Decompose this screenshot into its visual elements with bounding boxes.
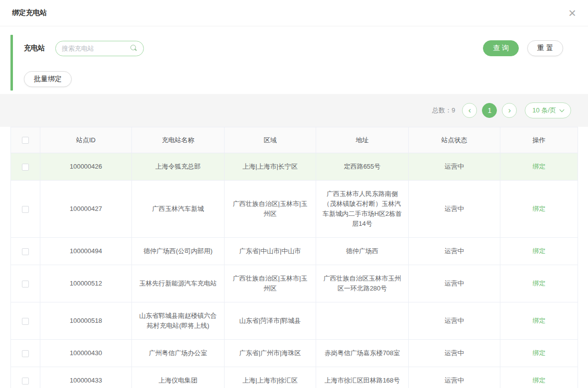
cell-action: 绑定 — [500, 238, 578, 265]
chevron-right-icon: › — [508, 106, 511, 114]
table-row: 100000494 德仲广场西(公司内部用) 广东省|中山市|中山市 德仲广场西… — [11, 238, 578, 265]
cell-status: 运营中 — [409, 340, 500, 367]
select-all-checkbox[interactable] — [22, 137, 29, 144]
header-region: 区域 — [225, 127, 316, 153]
row-checkbox[interactable] — [22, 248, 29, 255]
search-icon[interactable] — [130, 45, 137, 52]
bind-link[interactable]: 绑定 — [533, 280, 546, 287]
cell-status: 运营中 — [409, 265, 500, 302]
filter-row: 充电站 查 询 重 置 — [24, 40, 563, 56]
header-station-name: 充电站名称 — [132, 127, 225, 153]
page-number-button[interactable]: 1 — [482, 103, 497, 118]
total-count-label: 总数：9 — [432, 106, 455, 115]
table-row: 100000430 广州粤信广场办公室 广东省|广州市|海珠区 赤岗粤信广场嘉东… — [11, 340, 578, 367]
cell-status: 运营中 — [409, 181, 500, 238]
pagination-toolbar: 总数：9 ‹ 1 › 10 条/页 — [0, 94, 588, 127]
chevron-down-icon — [560, 107, 565, 112]
cell-address: 赤岗粤信广场嘉东楼708室 — [316, 340, 409, 367]
bind-link[interactable]: 绑定 — [533, 377, 546, 384]
cell-address: 定西路655号 — [316, 153, 409, 181]
cell-station-name: 广州粤信广场办公室 — [132, 340, 225, 367]
cell-status: 运营中 — [409, 153, 500, 181]
cell-station-name: 德仲广场西(公司内部用) — [132, 238, 225, 265]
row-checkbox-cell — [11, 367, 40, 388]
cell-action: 绑定 — [500, 265, 578, 302]
table-row: 100000426 上海令狐充总部 上海|上海市|长宁区 定西路655号 运营中… — [11, 153, 578, 181]
row-checkbox[interactable] — [22, 206, 29, 213]
row-checkbox[interactable] — [22, 164, 29, 171]
row-checkbox[interactable] — [22, 281, 29, 288]
table-header: 站点ID 充电站名称 区域 地址 站点状态 操作 — [11, 127, 578, 153]
cell-status: 运营中 — [409, 238, 500, 265]
cell-station-name: 上海令狐充总部 — [132, 153, 225, 181]
header-site-id: 站点ID — [40, 127, 132, 153]
cell-region: 广东省|广州市|海珠区 — [225, 340, 316, 367]
header-address: 地址 — [316, 127, 409, 153]
filter-row2: 批量绑定 — [24, 71, 563, 87]
cell-action: 绑定 — [500, 153, 578, 181]
cell-region: 广东省|中山市|中山市 — [225, 238, 316, 265]
chevron-left-icon: ‹ — [469, 106, 471, 114]
row-checkbox[interactable] — [22, 318, 29, 325]
cell-region: 上海|上海市|徐汇区 — [225, 367, 316, 388]
select-all-cell — [11, 127, 40, 153]
table-row: 100000518 山东省郓城县南赵楼镇六合苑村充电站(即将上线) 山东省|菏泽… — [11, 302, 578, 340]
accent-bar — [10, 35, 13, 91]
cell-site-id: 100000426 — [40, 153, 132, 181]
close-icon[interactable]: × — [569, 6, 576, 19]
cell-site-id: 100000427 — [40, 181, 132, 238]
cell-site-id: 100000430 — [40, 340, 132, 367]
filter-actions: 查 询 重 置 — [483, 40, 563, 56]
cell-status: 运营中 — [409, 302, 500, 340]
row-checkbox[interactable] — [22, 350, 29, 357]
table-row: 100000427 广西玉林汽车新城 广西壮族自治区|玉林市|玉州区 广西玉林市… — [11, 181, 578, 238]
cell-address: 广西壮族自治区玉林市玉州区一环北路280号 — [316, 265, 409, 302]
query-button[interactable]: 查 询 — [483, 40, 519, 56]
cell-station-name: 上海仪电集团 — [132, 367, 225, 388]
page-size-label: 10 条/页 — [532, 106, 556, 115]
cell-region: 广西壮族自治区|玉林市|玉州区 — [225, 265, 316, 302]
cell-action: 绑定 — [500, 367, 578, 388]
cell-region: 上海|上海市|长宁区 — [225, 153, 316, 181]
bind-link[interactable]: 绑定 — [533, 317, 546, 324]
cell-station-name: 玉林先行新能源汽车充电站 — [132, 265, 225, 302]
modal-header: 绑定充电站 × — [0, 0, 588, 26]
table-row: 100000512 玉林先行新能源汽车充电站 广西壮族自治区|玉林市|玉州区 广… — [11, 265, 578, 302]
cell-site-id: 100000512 — [40, 265, 132, 302]
cell-site-id: 100000433 — [40, 367, 132, 388]
station-filter-label: 充电站 — [24, 44, 45, 53]
cell-region: 山东省|菏泽市|郓城县 — [225, 302, 316, 340]
cell-address: 德仲广场西 — [316, 238, 409, 265]
cell-address — [316, 302, 409, 340]
row-checkbox-cell — [11, 238, 40, 265]
row-checkbox-cell — [11, 181, 40, 238]
filter-section: 充电站 查 询 重 置 批量绑定 — [0, 26, 588, 94]
next-page-button[interactable]: › — [502, 103, 517, 118]
cell-address: 广西玉林市人民东路南侧（茂林镇陂石村断）玉林汽车新城内二手市场H区2栋首层14号 — [316, 181, 409, 238]
bind-link[interactable]: 绑定 — [533, 247, 546, 255]
station-search-box[interactable] — [55, 41, 144, 56]
table-body: 100000426 上海令狐充总部 上海|上海市|长宁区 定西路655号 运营中… — [11, 153, 578, 388]
cell-action: 绑定 — [500, 302, 578, 340]
header-action: 操作 — [500, 127, 578, 153]
cell-station-name: 山东省郓城县南赵楼镇六合苑村充电站(即将上线) — [132, 302, 225, 340]
bind-link[interactable]: 绑定 — [533, 163, 546, 170]
station-search-input[interactable] — [62, 45, 130, 52]
prev-page-button[interactable]: ‹ — [462, 103, 477, 118]
reset-button[interactable]: 重 置 — [527, 40, 563, 56]
bind-link[interactable]: 绑定 — [533, 349, 546, 357]
cell-region: 广西壮族自治区|玉林市|玉州区 — [225, 181, 316, 238]
bind-link[interactable]: 绑定 — [533, 205, 546, 212]
row-checkbox-cell — [11, 265, 40, 302]
table-row: 100000433 上海仪电集团 上海|上海市|徐汇区 上海市徐汇区田林路168… — [11, 367, 578, 388]
page-size-select[interactable]: 10 条/页 — [525, 102, 571, 118]
cell-action: 绑定 — [500, 340, 578, 367]
row-checkbox-cell — [11, 340, 40, 367]
station-table: 站点ID 充电站名称 区域 地址 站点状态 操作 100000426 上海令狐充… — [10, 127, 578, 388]
cell-action: 绑定 — [500, 181, 578, 238]
cell-site-id: 100000518 — [40, 302, 132, 340]
cell-address: 上海市徐汇区田林路168号 — [316, 367, 409, 388]
batch-bind-button[interactable]: 批量绑定 — [24, 71, 72, 87]
row-checkbox-cell — [11, 302, 40, 340]
row-checkbox[interactable] — [22, 378, 29, 385]
